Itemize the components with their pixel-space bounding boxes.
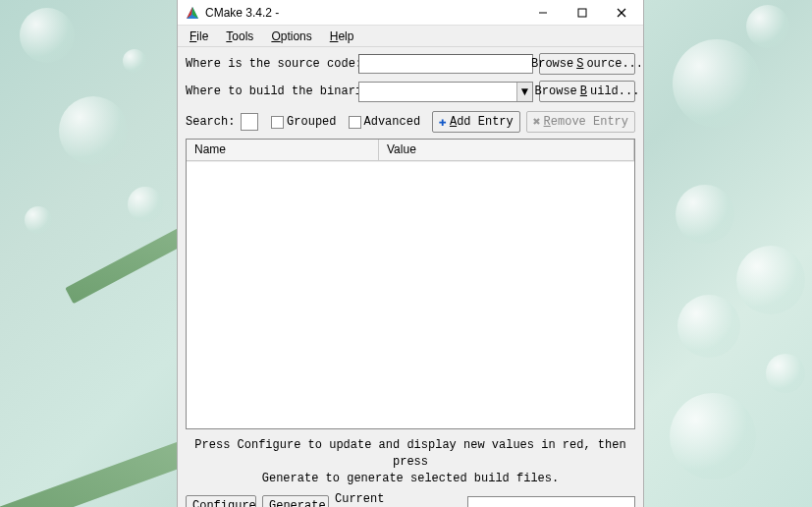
menu-file[interactable]: File xyxy=(184,28,214,45)
advanced-checkbox[interactable]: Advanced xyxy=(349,115,421,129)
browse-build-button[interactable]: Browse Build... xyxy=(539,81,635,102)
maximize-icon xyxy=(577,8,587,18)
svg-rect-4 xyxy=(578,9,586,17)
titlebar[interactable]: CMake 3.4.2 - xyxy=(178,0,643,26)
configure-button[interactable]: Configure xyxy=(186,495,256,507)
window-title: CMake 3.4.2 - xyxy=(205,6,523,20)
app-window: CMake 3.4.2 - FileToolsOptionsHelp Where… xyxy=(177,0,644,507)
grouped-checkbox[interactable]: Grouped xyxy=(271,115,336,129)
delete-icon: ✖ xyxy=(533,116,541,129)
maximize-button[interactable] xyxy=(563,1,602,25)
cache-table: Name Value xyxy=(186,139,635,429)
source-input[interactable] xyxy=(358,54,533,74)
bottom-status-input[interactable] xyxy=(467,496,635,507)
search-input[interactable] xyxy=(241,113,258,131)
hint-text: Press Configure to update and display ne… xyxy=(186,431,635,492)
add-entry-button[interactable]: ✚Add Entry xyxy=(432,111,520,133)
browse-source-button[interactable]: Browse Source... xyxy=(539,53,635,75)
source-label: Where is the source code: xyxy=(186,57,352,71)
column-header-name[interactable]: Name xyxy=(187,140,379,160)
checkbox-icon xyxy=(349,116,361,129)
generate-button[interactable]: Generate xyxy=(262,495,329,507)
cache-table-body[interactable] xyxy=(187,161,634,428)
cmake-logo-icon xyxy=(186,6,199,20)
build-combo[interactable] xyxy=(358,82,533,102)
minimize-icon xyxy=(538,8,548,18)
close-icon xyxy=(617,8,626,18)
column-header-value[interactable]: Value xyxy=(379,140,634,160)
menu-help[interactable]: Help xyxy=(324,28,360,45)
menubar: FileToolsOptionsHelp xyxy=(178,26,643,47)
close-button[interactable] xyxy=(602,1,641,25)
search-label: Search: xyxy=(186,115,235,129)
menu-tools[interactable]: Tools xyxy=(220,28,259,45)
content-area: Where is the source code: Browse Source.… xyxy=(178,47,643,507)
current-generator-label: Current Generator: None xyxy=(335,492,461,507)
build-label: Where to build the binaries: xyxy=(186,84,352,98)
remove-entry-button[interactable]: ✖Remove Entry xyxy=(526,111,635,133)
checkbox-icon xyxy=(271,116,284,129)
plus-icon: ✚ xyxy=(439,116,447,129)
minimize-button[interactable] xyxy=(523,1,563,25)
menu-options[interactable]: Options xyxy=(265,28,317,45)
